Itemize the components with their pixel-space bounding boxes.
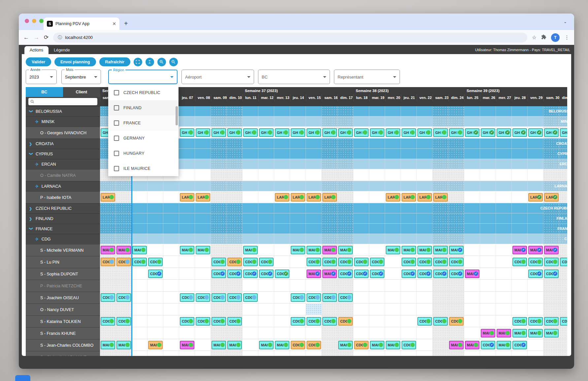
schedule-badge[interactable]: LARN [433,193,448,202]
checkbox-icon[interactable] [114,90,119,95]
schedule-cell[interactable] [401,292,417,303]
expand-icon[interactable] [134,58,142,66]
schedule-cell[interactable] [496,303,512,315]
schedule-cell[interactable] [163,280,179,291]
schedule-badge[interactable]: CDG [544,317,559,326]
schedule-cell[interactable] [528,339,543,351]
schedule-badge[interactable]: GH M✓ [465,128,479,137]
dock-item[interactable] [15,375,30,381]
schedule-badge[interactable]: GH M [227,128,242,137]
month-select[interactable]: Mois Septembre [61,70,101,84]
schedule-cell[interactable] [290,268,306,279]
schedule-badge[interactable]: MAIS [148,341,163,349]
bc-select[interactable]: BC [258,70,330,84]
schedule-cell[interactable] [353,191,369,203]
schedule-cell[interactable] [543,280,559,291]
sidebar-item-s-lu-pin[interactable]: S - Lu PIN [26,256,100,268]
sidebar-tab-bc[interactable]: BC [26,87,63,97]
schedule-badge[interactable]: LARN [417,193,432,202]
schedule-badge[interactable]: MAIS [544,329,559,337]
schedule-badge[interactable]: MAIS [132,246,147,254]
tab-actions[interactable]: Actions [24,46,49,54]
schedule-badge[interactable]: CDG✓ [275,270,289,278]
schedule-cell[interactable] [195,169,211,181]
schedule-cell[interactable] [100,280,116,291]
schedule-badge[interactable]: LARN✓ [528,193,543,202]
selected-cell-highlight[interactable] [306,304,322,315]
schedule-badge[interactable]: GH M [212,128,226,137]
schedule-cell[interactable] [559,244,567,256]
schedule-cell[interactable] [385,315,401,327]
schedule-cell[interactable] [306,280,322,291]
schedule-cell[interactable] [132,191,147,203]
schedule-badge[interactable]: CDG [544,258,559,266]
schedule-badge[interactable]: CDG✓ [417,270,432,278]
schedule-badge[interactable]: CDG [322,258,337,266]
new-tab-button[interactable]: + [124,20,128,27]
schedule-badge[interactable]: CDG✓ [354,270,369,278]
schedule-cell[interactable] [385,292,401,303]
schedule-cell[interactable] [480,315,496,327]
schedule-cell[interactable] [512,292,528,303]
schedule-badge[interactable]: MAIS [101,246,115,254]
schedule-badge[interactable]: CDG [196,293,210,302]
schedule-cell[interactable] [448,191,464,203]
schedule-cell[interactable] [116,280,132,291]
schedule-badge[interactable]: CDG✓ [433,270,448,278]
schedule-cell[interactable] [116,327,132,339]
sidebar-item-s-katarina-tolkien[interactable]: S - Katarina TOLKIEN [26,315,100,327]
schedule-cell[interactable] [100,351,116,356]
schedule-badge[interactable]: CDG [354,341,369,349]
schedule-cell[interactable] [385,303,401,315]
schedule-badge[interactable]: MAIS [528,329,543,337]
schedule-cell[interactable] [353,315,369,327]
schedule-badge[interactable]: GH M [402,128,416,137]
schedule-badge[interactable]: MAIS✓ [465,270,479,278]
schedule-badge[interactable]: GH M✓ [512,128,527,137]
schedule-badge[interactable]: MAIS [212,341,226,349]
sidebar-item-p-patricia-nietzche[interactable]: P - Patricia NIETZCHE [26,280,100,292]
schedule-badge[interactable]: MAIS [386,246,400,254]
schedule-cell[interactable] [369,351,385,356]
schedule-badge[interactable]: CDG [227,258,242,266]
tab-legende[interactable]: Légende [49,46,75,54]
envoi-planning-button[interactable]: Envoi planning [54,57,96,66]
schedule-badge[interactable]: MAIS [402,246,416,254]
schedule-cell[interactable] [147,315,163,327]
schedule-cell[interactable] [543,351,559,356]
forward-icon[interactable]: → [34,34,39,41]
schedule-badge[interactable]: CDG✓ [512,341,527,349]
schedule-cell[interactable] [338,191,353,203]
schedule-badge[interactable]: MAIS [465,341,479,349]
schedule-badge[interactable]: MAIS [497,341,511,349]
schedule-cell[interactable] [243,169,258,181]
schedule-cell[interactable] [100,303,116,315]
schedule-cell[interactable] [116,303,132,315]
schedule-badge[interactable]: CDG✓ [212,270,226,278]
schedule-badge[interactable]: CDG [560,317,567,326]
sidebar-item-minsk[interactable]: ✈MINSK [26,116,100,127]
chevron-down-icon[interactable]: ❯ [29,110,33,113]
schedule-cell[interactable] [464,315,480,327]
schedule-cell[interactable] [179,351,195,356]
schedule-cell[interactable] [401,280,417,291]
schedule-cell[interactable] [132,292,147,303]
schedule-badge[interactable]: GH M✓ [544,128,559,137]
schedule-badge[interactable]: LARN [307,193,321,202]
schedule-cell[interactable] [243,280,258,291]
schedule-cell[interactable] [274,244,290,256]
sidebar-item-s-joachim-oiseau[interactable]: S - Joachim OISEAU [26,292,100,303]
schedule-badge[interactable]: CDG✓ [370,270,384,278]
schedule-cell[interactable] [258,303,274,315]
schedule-cell[interactable] [369,327,385,339]
schedule-cell[interactable] [417,169,433,181]
schedule-badge[interactable]: CDG [196,317,210,326]
schedule-cell[interactable] [274,351,290,356]
schedule-badge[interactable]: MAIS✓ [449,246,464,254]
schedule-cell[interactable] [464,280,480,291]
dropdown-option[interactable]: GERMANY [108,131,179,146]
schedule-badge[interactable]: CDG [212,293,226,302]
chevron-down-icon[interactable]: ❯ [29,227,33,231]
schedule-cell[interactable] [132,280,147,291]
schedule-badge[interactable]: MAIS✓ [528,246,543,254]
